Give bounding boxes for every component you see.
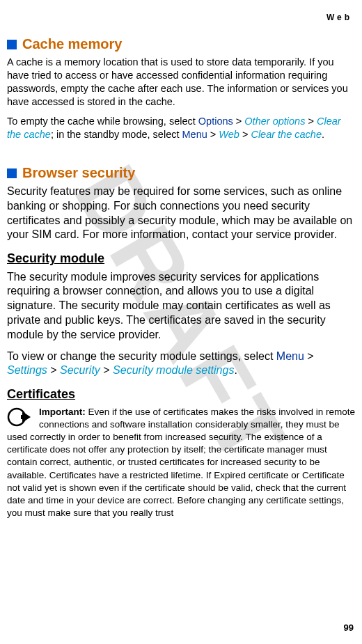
menu-options: Options: [198, 116, 233, 127]
cache-paragraph-2: To empty the cache while browsing, selec…: [7, 115, 355, 141]
text-fragment: >: [100, 364, 113, 376]
heading-cache-title: Cache memory: [22, 36, 122, 52]
important-icon: [7, 407, 32, 430]
menu-security-module-settings: Security module settings: [113, 364, 234, 376]
menu-menu: Menu: [182, 129, 207, 140]
text-fragment: .: [322, 129, 324, 140]
bullet-square-icon: [7, 40, 17, 49]
svg-rect-1: [21, 415, 26, 419]
secmodule-paragraph-1: The security module improves security se…: [7, 270, 355, 343]
heading-browser-title: Browser security: [22, 165, 135, 180]
page-number: 99: [344, 622, 354, 634]
page-content: Cache memory A cache is a memory locatio…: [7, 35, 355, 520]
menu-menu-2: Menu: [276, 350, 304, 362]
text-fragment: To view or change the security module se…: [7, 350, 276, 362]
subheading-certificates: Certificates: [7, 386, 355, 402]
certificates-important-block: Important: Even if the use of certificat…: [7, 406, 355, 520]
secmodule-paragraph-2: To view or change the security module se…: [7, 350, 355, 379]
menu-clear-cache-2: Clear the cache: [251, 129, 322, 140]
subheading-security-module: Security module: [7, 251, 355, 267]
browser-paragraph-1: Security features may be required for so…: [7, 184, 355, 242]
text-fragment: ; in the standby mode, select: [51, 129, 182, 140]
menu-other-options: Other options: [244, 116, 305, 127]
menu-settings: Settings: [7, 364, 47, 376]
text-fragment: >: [304, 350, 314, 362]
bullet-square-icon: [7, 168, 17, 178]
text-fragment: >: [47, 364, 60, 376]
text-fragment: >: [233, 116, 245, 127]
text-fragment: .: [234, 364, 237, 376]
important-text: Even if the use of certificates makes th…: [7, 407, 355, 519]
text-fragment: >: [207, 129, 219, 140]
heading-browser-security: Browser security: [7, 164, 355, 182]
menu-security: Security: [60, 364, 100, 376]
menu-web: Web: [219, 129, 239, 140]
text-fragment: To empty the cache while browsing, selec…: [7, 116, 198, 127]
header-topic: Web: [326, 13, 352, 24]
cache-paragraph-1: A cache is a memory location that is use…: [7, 56, 355, 108]
text-fragment: >: [239, 129, 251, 140]
text-fragment: >: [305, 116, 317, 127]
important-label: Important:: [39, 407, 86, 417]
heading-cache-memory: Cache memory: [7, 35, 355, 53]
